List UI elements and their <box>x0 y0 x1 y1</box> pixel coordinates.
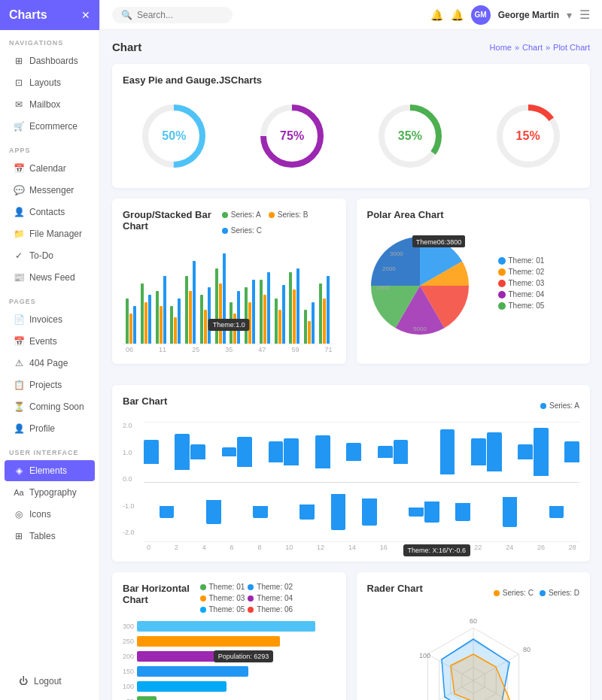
elements-icon: ◈ <box>14 465 24 476</box>
polar-label-2: Theme: 02 <box>509 268 545 276</box>
hbar-legend-6: Theme: 06 <box>248 605 293 614</box>
bar-chart-tooltip: Theme: X:16/Y:-0.6 <box>403 544 471 556</box>
sidebar-item-mailbox[interactable]: ✉Mailbox <box>5 94 95 115</box>
sidebar-label: Layouts <box>29 77 61 88</box>
timer-icon: ⏳ <box>14 402 24 412</box>
bar-chart-legend-label: Series: A <box>549 402 579 410</box>
tables-icon: ⊞ <box>14 531 24 541</box>
sidebar-item-404[interactable]: ⚠404 Page <box>5 353 95 374</box>
sidebar-label: File Manager <box>29 229 82 239</box>
polar-legend-2: Theme: 02 <box>498 268 545 276</box>
logout-icon: ⏻ <box>18 676 29 686</box>
sidebar-item-filemanager[interactable]: 📁File Manager <box>5 223 95 244</box>
sidebar-item-dashboards[interactable]: ⊞Dashboards <box>5 50 95 71</box>
sidebar-label: Messenger <box>29 185 74 195</box>
legend-a-label: Series: A <box>231 211 261 219</box>
section-ui: USER INTERFACE ◈Elements AaTypography ◎I… <box>0 440 99 547</box>
polar-legend-1: Theme: 01 <box>498 256 545 265</box>
layout-icon: ⊡ <box>14 77 24 88</box>
sidebar-item-projects[interactable]: 📋Projects <box>5 374 95 395</box>
hbar-card: Bar Horizontal Chart Theme: 01 Theme: 02… <box>112 572 346 700</box>
sidebar-item-events[interactable]: 📅Events <box>5 331 95 352</box>
pie-circle-3: 15% <box>494 102 562 170</box>
search-box[interactable]: 🔍 <box>112 7 233 23</box>
section-label-ui: USER INTERFACE <box>0 440 99 459</box>
sidebar-item-invoices[interactable]: 📄Invoices <box>5 309 95 330</box>
polar-legend-4: Theme: 04 <box>498 290 545 298</box>
notification-icon[interactable]: 🔔 <box>430 9 443 21</box>
events-icon: 📅 <box>14 336 24 347</box>
hbar-legend-2: Theme: 02 <box>248 583 293 591</box>
group-bar-tooltip: Theme:1.0 <box>208 319 250 331</box>
svg-text:1000: 1000 <box>376 284 390 291</box>
contacts-icon: 👤 <box>14 207 24 217</box>
bell-icon[interactable]: 🔔 <box>451 9 464 21</box>
radar-chart-area: 60 80 20 120 40 100 <box>367 609 580 700</box>
sidebar-item-coming-soon[interactable]: ⏳Coming Soon <box>5 396 95 417</box>
two-col-row: Group/Stacked Bar Chart Series: A Series… <box>112 198 590 374</box>
svg-text:3000: 3000 <box>390 250 403 257</box>
projects-icon: 📋 <box>14 380 24 390</box>
svg-text:100: 100 <box>419 652 430 659</box>
sidebar-item-elements[interactable]: ◈Elements <box>5 460 95 481</box>
section-navigations: NAVIGATIONS ⊞Dashboards ⊡Layouts ✉Mailbo… <box>0 30 99 138</box>
pie-value-0: 50% <box>162 129 186 143</box>
sidebar-item-todo[interactable]: ✓To-Do <box>5 245 95 266</box>
breadcrumb-sep: » <box>515 43 519 52</box>
pie-card: Easy Pie and Gauge.JSCharts 50% <box>112 64 590 188</box>
sidebar-item-layouts[interactable]: ⊡Layouts <box>5 72 95 93</box>
pie-circle-1: 75% <box>258 102 326 170</box>
bar-chart-area: Theme: X:16/Y:-0.6 <box>144 422 579 542</box>
news-icon: 📰 <box>14 272 24 283</box>
sidebar-label: News Feed <box>29 272 75 283</box>
breadcrumb-current: Plot Chart <box>553 43 590 52</box>
check-icon: ✓ <box>14 250 24 261</box>
radar-legend: Series: C Series: D <box>494 589 579 597</box>
group-bar-title: Group/Stacked Bar Chart <box>123 209 222 232</box>
hbar-legend: Theme: 01 Theme: 02 Theme: 03 Theme: 04 … <box>200 583 336 614</box>
breadcrumb-chart[interactable]: Chart <box>522 43 543 52</box>
group-bar-legend: Series: A Series: B Series: C <box>222 211 336 235</box>
sidebar-item-ecommerce[interactable]: 🛒Ecommerce <box>5 116 95 137</box>
page-title: Chart <box>112 41 141 53</box>
close-icon[interactable]: ✕ <box>81 9 90 21</box>
user-name: George Martin <box>498 10 559 20</box>
topbar-right: 🔔 🔔 GM George Martin ▾ ☰ <box>430 5 590 25</box>
sidebar-label: Dashboards <box>29 56 78 66</box>
sidebar-item-newsfeed[interactable]: 📰News Feed <box>5 267 95 288</box>
group-bar-x-labels: 06112535475971 <box>123 346 336 353</box>
polar-legend-5: Theme: 05 <box>498 302 545 310</box>
svg-text:80: 80 <box>523 646 531 653</box>
breadcrumb-home[interactable]: Home <box>490 43 512 52</box>
section-label-pages: PAGES <box>0 289 99 308</box>
radar-legend-d: Series: D <box>540 589 579 597</box>
sidebar-item-messenger[interactable]: 💬Messenger <box>5 180 95 201</box>
chevron-down-icon[interactable]: ▾ <box>567 9 572 21</box>
icons-icon: ◎ <box>14 509 24 520</box>
sidebar-label: To-Do <box>29 250 53 261</box>
breadcrumb-sep2: » <box>546 43 550 52</box>
bottom-row: Bar Horizontal Chart Theme: 01 Theme: 02… <box>112 572 590 700</box>
sidebar-label: Elements <box>29 465 67 476</box>
pie-item-0: 50% <box>140 102 208 170</box>
typo-icon: Aa <box>14 488 24 497</box>
bar-chart-wrapper: 2.01.00.0-1.0-2.0 <box>123 422 579 551</box>
radar-legend-c: Series: C <box>494 589 534 597</box>
sidebar-item-profile[interactable]: 👤Profile <box>5 418 95 439</box>
avatar: GM <box>471 5 491 25</box>
search-icon: 🔍 <box>121 10 132 20</box>
hamburger-icon[interactable]: ☰ <box>579 8 590 22</box>
sidebar-item-contacts[interactable]: 👤Contacts <box>5 202 95 223</box>
breadcrumb: Home » Chart » Plot Chart <box>490 43 590 52</box>
legend-c: Series: C <box>222 226 262 235</box>
sidebar-item-typography[interactable]: AaTypography <box>5 482 95 503</box>
hbar-legend-4: Theme: 04 <box>248 594 293 602</box>
sidebar-item-logout[interactable]: ⏻ Logout <box>9 671 90 692</box>
group-bar-chart: Theme:1.0 <box>123 247 336 344</box>
search-input[interactable] <box>137 10 223 20</box>
sidebar-item-tables[interactable]: ⊞Tables <box>5 526 95 547</box>
sidebar-label: Ecommerce <box>29 121 78 132</box>
sidebar-item-icons[interactable]: ◎Icons <box>5 504 95 525</box>
sidebar-item-calendar[interactable]: 📅Calendar <box>5 158 95 179</box>
section-apps: APPS 📅Calendar 💬Messenger 👤Contacts 📁Fil… <box>0 138 99 289</box>
